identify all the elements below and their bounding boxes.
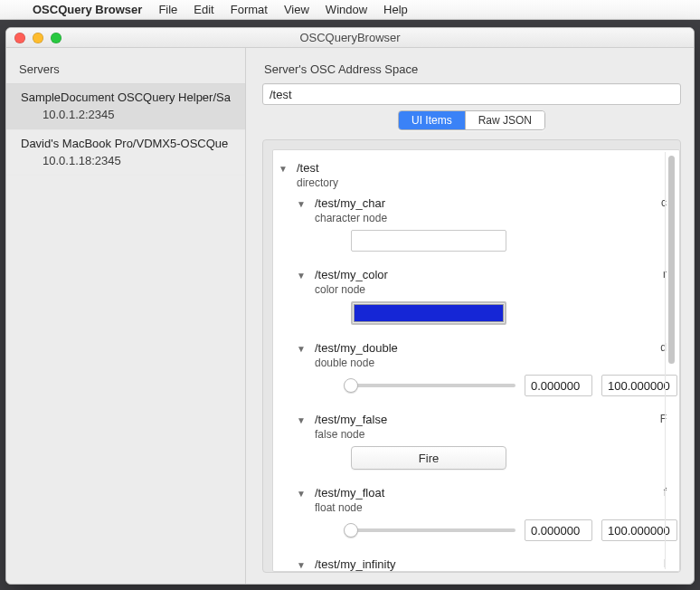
close-icon[interactable] [14,33,25,43]
float-slider[interactable] [351,528,516,532]
minimize-icon[interactable] [33,33,43,43]
window-titlebar: OSCQueryBrowser [6,28,694,48]
server-name: SampleDocument OSCQuery Helper/Sa [21,90,231,104]
window-title: OSCQueryBrowser [299,31,400,44]
address-space-pane: Server's OSC Address Space UI Items Raw … [246,48,694,584]
view-mode-segmented: UI Items Raw JSON [398,110,545,130]
server-address: 10.0.1.18:2345 [21,153,234,170]
menubar-item-view[interactable]: View [284,3,309,16]
disclosure-triangle-icon[interactable] [295,342,307,355]
node-subtitle: character node [315,212,387,224]
menubar-appname[interactable]: OSCQuery Browser [33,3,142,16]
double-slider[interactable] [351,384,516,387]
scrollbar-thumb-icon[interactable] [668,156,675,364]
menubar-item-format[interactable]: Format [231,3,268,16]
zoom-icon[interactable] [51,33,61,43]
node-subtitle: color node [315,283,388,296]
tree-scroll-area[interactable]: /test directory c /test/my_char cha [272,149,680,572]
servers-sidebar: Servers SampleDocument OSCQuery Helper/S… [6,48,246,584]
tree-row-root: /test directory [277,156,677,191]
server-row[interactable]: SampleDocument OSCQuery Helper/Sa 10.0.1… [6,84,245,130]
node-subtitle: directory [297,176,338,189]
window-traffic-lights [14,33,61,43]
node-path: /test/my_float [315,486,384,500]
menubar-item-help[interactable]: Help [383,3,408,16]
osc-path-field[interactable] [262,83,681,105]
vertical-scrollbar[interactable] [665,152,677,569]
server-name: David's MacBook Pro/VDMX5-OSCQue [21,137,228,150]
servers-heading: Servers [19,62,245,76]
tree-row: I /test/my_infinity [277,552,677,572]
node-path: /test [297,161,319,175]
menubar-item-file[interactable]: File [158,3,177,16]
menubar-item-edit[interactable]: Edit [194,3,213,16]
server-row[interactable]: David's MacBook Pro/VDMX5-OSCQue 10.0.1.… [6,130,245,176]
disclosure-triangle-icon[interactable] [295,197,307,210]
color-well[interactable] [351,301,506,325]
node-subtitle: double node [315,357,398,369]
char-value-field[interactable] [351,230,506,252]
node-path: /test/my_char [315,196,385,210]
tab-raw-json[interactable]: Raw JSON [465,111,544,129]
servers-list: SampleDocument OSCQuery Helper/Sa 10.0.1… [6,83,245,176]
disclosure-triangle-icon[interactable] [295,414,307,426]
float-value-field[interactable] [525,519,592,541]
tree-row: c /test/my_char character node [277,191,677,262]
server-address: 10.0.1.2:2345 [21,107,234,124]
color-swatch [355,305,503,321]
macos-menubar: OSCQuery Browser File Edit Format View W… [0,0,700,20]
tree-row: f /test/my_float float node [277,481,677,552]
inspector-panel: /test directory c /test/my_char cha [262,139,681,573]
disclosure-triangle-icon[interactable] [295,269,307,281]
address-space-heading: Server's OSC Address Space [264,62,681,76]
disclosure-triangle-icon[interactable] [277,162,289,175]
app-window: OSCQueryBrowser Servers SampleDocument O… [5,27,695,585]
disclosure-triangle-icon[interactable] [295,487,307,500]
node-subtitle: float node [315,501,384,514]
node-path: /test/my_color [315,268,388,281]
node-path: /test/my_double [315,341,398,355]
double-value-field[interactable] [525,375,592,396]
slider-thumb-icon[interactable] [344,378,358,393]
fire-button[interactable]: Fire [351,446,506,470]
slider-thumb-icon[interactable] [344,523,358,538]
disclosure-triangle-icon[interactable] [295,558,307,571]
node-path: /test/my_infinity [315,557,396,571]
tree-row: d /test/my_double double node [277,336,677,407]
tree-row: r /test/my_color color node [277,262,677,336]
node-subtitle: false node [315,428,387,441]
menubar-item-window[interactable]: Window [326,3,367,16]
node-path: /test/my_false [315,413,387,426]
tab-ui-items[interactable]: UI Items [399,111,465,129]
tree-row: F /test/my_false false node Fire [277,407,677,481]
